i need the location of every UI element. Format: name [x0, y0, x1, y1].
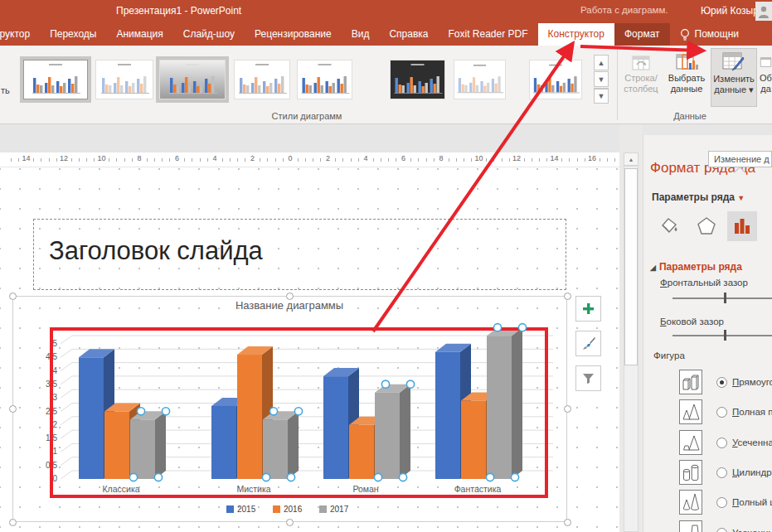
scrollbar-thumb[interactable]	[624, 168, 638, 365]
shape-option-truncated-pyramid[interactable]: Усеченная	[643, 430, 772, 460]
edit-data-button[interactable]: Изменитьданные ▾	[711, 48, 757, 107]
gap-depth-slider[interactable]	[672, 297, 772, 299]
powerpoint-window: Презентация1 - PowerPoint Работа с диагр…	[0, 0, 772, 532]
chart-style-thumbnail-1[interactable]	[23, 60, 88, 99]
fill-tab[interactable]	[656, 211, 686, 241]
chart-style-thumbnail-3[interactable]	[159, 60, 226, 99]
shape-option-cone[interactable]: Полный ц	[643, 490, 772, 520]
annotation-red-rectangle	[50, 327, 548, 498]
chart-filters-button[interactable]	[575, 365, 601, 391]
tab-справка[interactable]: Справка	[379, 23, 438, 46]
tab-формат[interactable]: Формат	[614, 23, 670, 46]
svg-text:Название диаграммы: Название диаграммы	[235, 299, 343, 312]
chart-style-thumbnail-5[interactable]	[297, 60, 352, 99]
shape-option-label: Полный ц	[732, 497, 772, 507]
effects-tab[interactable]	[692, 211, 721, 241]
radio-button[interactable]	[716, 377, 727, 388]
slider-handle[interactable]	[724, 293, 726, 303]
gap-width-slider[interactable]	[672, 335, 772, 336]
slide-title-placeholder[interactable]: Заголовок слайда	[33, 219, 566, 290]
svg-text:2016: 2016	[284, 505, 303, 514]
chart-styles-button[interactable]	[575, 331, 601, 356]
chart-style-thumbnail-2[interactable]	[95, 60, 153, 99]
svg-text:2015: 2015	[237, 505, 256, 514]
slide-canvas[interactable]: Заголовок слайда 00,511,522,533,544,55На…	[0, 167, 619, 532]
resize-handle[interactable]	[9, 293, 17, 300]
plus-icon	[581, 302, 595, 316]
tab-конструктор[interactable]: Конструктор	[538, 23, 614, 46]
data-group-label: Данные	[620, 111, 760, 121]
person-icon	[758, 5, 770, 18]
clipped-ribbon-button-label[interactable]: ть	[1, 85, 10, 95]
gallery-scroll-down-button[interactable]: ▼	[594, 71, 609, 87]
gap-width-label: Боковой зазор	[660, 317, 724, 326]
shape-option-truncated-cone[interactable]: Усеченны	[643, 520, 772, 532]
resize-handle[interactable]	[9, 405, 17, 413]
shape-option-label: Цилиндр	[732, 467, 772, 477]
radio-button[interactable]	[716, 497, 727, 508]
refresh-data-button[interactable]: Обда	[760, 48, 772, 107]
radio-button[interactable]	[716, 528, 727, 532]
gallery-scroll-up-button[interactable]: ▲	[594, 55, 609, 70]
resize-handle[interactable]	[564, 405, 571, 413]
select-data-icon	[675, 51, 698, 73]
tooltip: Изменение д	[708, 151, 772, 167]
ribbon: ть ▲ ▼ ▼ Стили диаграмм Строка/столбецВы…	[0, 46, 772, 124]
radio-button[interactable]	[716, 438, 727, 448]
shape-option-box[interactable]: Прямоуго	[643, 370, 772, 399]
gallery-scroll-buttons: ▲ ▼ ▼	[594, 55, 609, 104]
tab-помощни[interactable]: Помощни	[670, 23, 749, 46]
series-options-tab[interactable]	[727, 211, 757, 241]
resize-handle[interactable]	[9, 519, 17, 526]
brush-icon	[581, 336, 596, 351]
select-data-button[interactable]: Выбратьданные	[664, 48, 709, 107]
chart-style-thumbnail-6[interactable]	[390, 60, 445, 99]
group-separator	[617, 49, 618, 120]
vertical-scrollbar: ▲	[619, 124, 643, 532]
resize-handle[interactable]	[286, 293, 294, 300]
refresh-data-icon	[760, 51, 772, 73]
series-options-section-header[interactable]: ◢Параметры ряда	[650, 261, 742, 273]
avatar[interactable]	[755, 2, 772, 21]
shape-group-label: Фигура	[653, 351, 685, 360]
collapse-triangle-icon: ◢	[650, 264, 656, 272]
truncated-pyramid-shape-icon	[679, 430, 702, 455]
shape-option-label: Полная пи	[732, 407, 772, 417]
shape-option-label: Усеченная	[732, 438, 772, 447]
chart-style-thumbnail-7[interactable]	[454, 60, 506, 99]
scrollbar-track[interactable]	[624, 166, 638, 532]
resize-handle[interactable]	[286, 519, 294, 526]
tab-рецензирование[interactable]: Рецензирование	[245, 23, 342, 46]
ribbon-tab-bar: трукторПереходыАнимацияСлайд-шоуРецензир…	[0, 23, 772, 46]
slide-workspace: 14121086420246810121416 Заголовок слайда…	[0, 124, 619, 532]
svg-text:2017: 2017	[330, 505, 349, 514]
chart-style-thumbnail-4[interactable]	[234, 60, 290, 99]
shape-option-label: Усеченны	[732, 528, 772, 532]
gap-depth-label: Фронтальный зазор	[660, 278, 748, 288]
chart-elements-button[interactable]	[575, 296, 601, 322]
tab-вид[interactable]: Вид	[342, 23, 380, 46]
shape-option-label: Прямоуго	[732, 377, 772, 387]
radio-button[interactable]	[716, 467, 727, 478]
horizontal-ruler: 14121086420246810121416	[0, 152, 620, 167]
shape-option-cylinder[interactable]: Цилиндр	[643, 460, 772, 490]
shape-option-pyramid[interactable]: Полная пи	[643, 399, 772, 429]
resize-handle[interactable]	[564, 293, 571, 300]
tab-анимация[interactable]: Анимация	[106, 23, 172, 46]
box-shape-icon	[679, 370, 702, 394]
radio-button[interactable]	[716, 407, 727, 418]
chart-style-thumbnail-8[interactable]	[529, 60, 582, 99]
series-options-dropdown[interactable]: Параметры ряда ▼	[652, 191, 745, 203]
switch-row-column-icon	[630, 51, 652, 73]
scroll-up-button[interactable]: ▲	[624, 152, 638, 166]
edit-data-icon	[721, 51, 746, 74]
window-title: Презентация1 - PowerPoint	[116, 5, 241, 17]
tab-переходы[interactable]: Переходы	[40, 23, 106, 46]
gallery-more-button[interactable]: ▼	[594, 88, 609, 104]
resize-handle[interactable]	[564, 519, 571, 526]
tab-труктор[interactable]: труктор	[0, 23, 40, 46]
slide-title-text[interactable]: Заголовок слайда	[49, 236, 263, 266]
tab-foxit-reader-pdf[interactable]: Foxit Reader PDF	[438, 23, 537, 46]
slider-handle[interactable]	[724, 330, 726, 341]
tab-слайд-шоу[interactable]: Слайд-шоу	[173, 23, 245, 46]
